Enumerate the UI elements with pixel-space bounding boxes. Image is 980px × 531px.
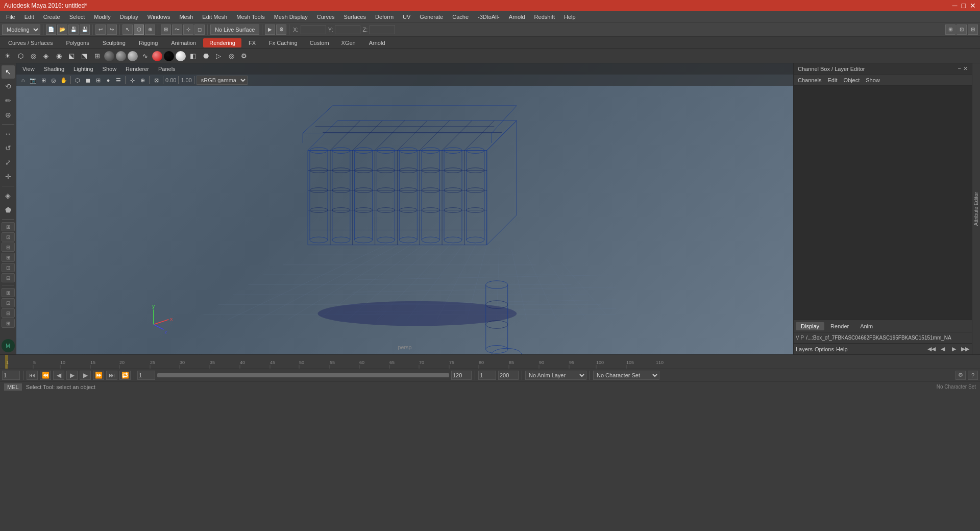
sphere-mid-icon[interactable] (116, 51, 126, 61)
rp-edit-tab[interactable]: Edit (827, 77, 837, 83)
render-button[interactable]: ▶ (265, 25, 275, 35)
scale-tool[interactable]: ⤢ (2, 156, 15, 169)
menu-file[interactable]: File (2, 13, 19, 21)
sphere-white-icon[interactable] (176, 51, 186, 61)
move-button[interactable]: ⊕ (145, 25, 155, 35)
universal-tool[interactable]: ✛ (2, 170, 15, 183)
tab-xgen[interactable]: XGen (335, 38, 362, 47)
side-tool-2[interactable]: ⊡ (2, 232, 15, 242)
menu-modify[interactable]: Modify (90, 13, 114, 21)
bt-render-tab[interactable]: Render (825, 322, 854, 330)
attribute-editor-side-tab[interactable]: Attribute Editor (972, 63, 980, 354)
lasso-tool[interactable]: ⟲ (2, 80, 15, 93)
side-tool-3[interactable]: ⊟ (2, 243, 15, 252)
tab-rendering[interactable]: Rendering (203, 38, 241, 47)
channel-box-button[interactable]: ⊞ (945, 25, 955, 35)
vp-show-menu[interactable]: Show (99, 65, 121, 73)
vp-lighting-menu[interactable]: Lighting (69, 65, 97, 73)
tab-arnold[interactable]: Arnold (363, 38, 391, 47)
side-tool-1[interactable]: ⊞ (2, 222, 15, 231)
vp-xray-btn[interactable]: ☰ (114, 76, 123, 85)
soft-select-tool[interactable]: ◈ (2, 189, 15, 202)
layer-options-tab[interactable]: Options (815, 346, 834, 352)
vp-smooth-btn[interactable]: ◼ (83, 76, 92, 85)
rp-collapse-btn[interactable]: − (958, 65, 961, 72)
vp-home-btn[interactable]: ⌂ (18, 76, 28, 85)
layer-back-btn[interactable]: ◀ (938, 345, 947, 353)
prev-frame-btn[interactable]: ◀ (53, 371, 64, 380)
sphere-black-icon[interactable] (164, 51, 174, 61)
rp-channels-tab[interactable]: Channels (798, 77, 821, 83)
snap-point-button[interactable]: ⊹ (183, 25, 193, 35)
mode-dropdown[interactable]: Modeling (2, 25, 40, 35)
sphere-red-icon[interactable] (152, 51, 162, 61)
paint-tool[interactable]: ✏ (2, 94, 15, 107)
range-end-input[interactable] (451, 371, 472, 380)
rp-close-btn[interactable]: ✕ (963, 65, 968, 72)
transform-tool[interactable]: ⊕ (2, 108, 15, 122)
y-input[interactable] (335, 25, 360, 34)
anim-settings-btn[interactable]: ⚙ (955, 371, 966, 380)
vp-isolate-btn[interactable]: ◎ (49, 76, 58, 85)
menu-uv[interactable]: UV (399, 13, 414, 21)
bt-anim-tab[interactable]: Anim (855, 322, 878, 330)
no-live-surface-button[interactable]: No Live Surface (210, 25, 259, 35)
wireframe-icon[interactable]: ⬡ (15, 51, 26, 62)
range-start-input[interactable] (137, 371, 155, 380)
side-tool-10[interactable]: ⊞ (2, 319, 15, 328)
rotate-tool[interactable]: ↺ (2, 141, 15, 155)
select-button[interactable]: ↖ (122, 25, 133, 35)
anim-help-btn[interactable]: ? (968, 371, 978, 380)
render-settings-icon[interactable]: ☀ (2, 51, 13, 62)
anim-end-input[interactable] (498, 371, 519, 380)
ipr-button[interactable]: ⚙ (276, 25, 286, 35)
vp-camera-btn[interactable]: 📷 (29, 76, 38, 85)
layer-layers-tab[interactable]: Layers (796, 346, 813, 352)
curve-display-icon[interactable]: ∿ (139, 51, 151, 62)
vp-grid-btn[interactable]: ⊹ (128, 76, 137, 85)
save-file-button[interactable]: 💾 (68, 25, 79, 35)
rp-show-tab[interactable]: Show (866, 77, 880, 83)
grid-icon[interactable]: ⊞ (91, 51, 103, 62)
lasso-button[interactable]: ⬡ (134, 25, 144, 35)
vp-silhouette-btn[interactable]: ● (104, 76, 113, 85)
layer-end-btn[interactable]: ▶▶ (961, 345, 970, 353)
menu-surfaces[interactable]: Surfaces (340, 13, 370, 21)
menu-mesh-display[interactable]: Mesh Display (270, 13, 312, 21)
snap-surface-button[interactable]: ◻ (194, 25, 205, 35)
rp-object-tab[interactable]: Object (843, 77, 860, 83)
render2-icon[interactable]: ▷ (213, 51, 224, 62)
menu-display[interactable]: Display (116, 13, 142, 21)
texture-icon[interactable]: ◈ (40, 51, 52, 62)
attr-editor-button[interactable]: ⊡ (957, 25, 967, 35)
current-frame-input[interactable] (2, 371, 20, 380)
redo-button[interactable]: ↪ (107, 25, 117, 35)
loop-btn[interactable]: 🔁 (119, 371, 131, 380)
save-as-button[interactable]: 💾 (80, 25, 90, 35)
vp-renderer-menu[interactable]: Renderer (121, 65, 153, 73)
play-fwd-btn[interactable]: ▶ (66, 371, 78, 380)
layer-fwd-btn[interactable]: ▶ (949, 345, 959, 353)
timeline-area[interactable]: 1 5 10 15 20 25 30 35 40 45 50 55 60 65 … (0, 354, 980, 369)
new-file-button[interactable]: 📄 (46, 25, 56, 35)
prev-key-btn[interactable]: ⏪ (40, 371, 51, 380)
side-tool-8[interactable]: ⊡ (2, 298, 15, 307)
vp-shading-menu[interactable]: Shading (40, 65, 68, 73)
menu-cache[interactable]: Cache (448, 13, 473, 21)
go-start-btn[interactable]: ⏮ (27, 371, 38, 380)
tab-fx[interactable]: FX (242, 38, 262, 47)
minimize-button[interactable]: ─ (952, 2, 958, 10)
vp-frame-btn[interactable]: ⊞ (39, 76, 48, 85)
tool-settings-button[interactable]: ⊟ (968, 25, 978, 35)
menu-deform[interactable]: Deform (371, 13, 398, 21)
vp-pan-btn[interactable]: ✋ (59, 76, 68, 85)
vp-hudq-btn[interactable]: ⊠ (152, 76, 161, 85)
anim-layer-dropdown[interactable]: No Anim Layer (525, 371, 586, 380)
snap-tool[interactable]: ⬟ (2, 203, 15, 216)
menu-select[interactable]: Select (65, 13, 89, 21)
close-button[interactable]: ✕ (970, 2, 976, 10)
side-tool-4[interactable]: ⊞ (2, 253, 15, 262)
vp-subdivide-btn[interactable]: ⊞ (93, 76, 103, 85)
side-tool-9[interactable]: ⊟ (2, 308, 15, 318)
vp-axis-btn[interactable]: ⊕ (138, 76, 147, 85)
